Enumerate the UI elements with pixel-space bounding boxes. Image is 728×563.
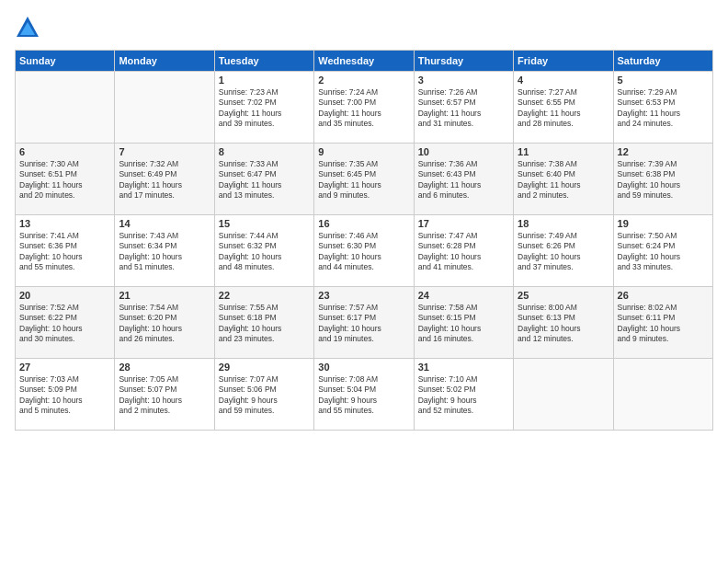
day-cell: 2Sunrise: 7:24 AM Sunset: 7:00 PM Daylig… <box>314 72 414 144</box>
day-info: Sunrise: 7:49 AM Sunset: 6:26 PM Dayligh… <box>518 231 609 273</box>
day-info: Sunrise: 7:39 AM Sunset: 6:38 PM Dayligh… <box>618 159 709 201</box>
day-cell <box>514 359 613 431</box>
day-cell: 26Sunrise: 8:02 AM Sunset: 6:11 PM Dayli… <box>613 287 712 359</box>
week-row-2: 6Sunrise: 7:30 AM Sunset: 6:51 PM Daylig… <box>16 144 713 215</box>
day-cell: 6Sunrise: 7:30 AM Sunset: 6:51 PM Daylig… <box>16 144 115 215</box>
day-info: Sunrise: 7:52 AM Sunset: 6:22 PM Dayligh… <box>19 303 110 345</box>
day-number: 3 <box>418 75 509 86</box>
day-number: 5 <box>618 75 709 86</box>
week-row-5: 27Sunrise: 7:03 AM Sunset: 5:09 PM Dayli… <box>16 359 713 431</box>
day-cell: 24Sunrise: 7:58 AM Sunset: 6:15 PM Dayli… <box>414 287 513 359</box>
day-number: 7 <box>119 146 210 157</box>
day-info: Sunrise: 7:35 AM Sunset: 6:45 PM Dayligh… <box>318 159 409 201</box>
day-cell: 20Sunrise: 7:52 AM Sunset: 6:22 PM Dayli… <box>16 287 115 359</box>
day-info: Sunrise: 7:03 AM Sunset: 5:09 PM Dayligh… <box>19 374 110 417</box>
week-row-1: 1Sunrise: 7:23 AM Sunset: 7:02 PM Daylig… <box>16 72 713 144</box>
day-info: Sunrise: 7:57 AM Sunset: 6:17 PM Dayligh… <box>318 303 409 345</box>
day-info: Sunrise: 7:07 AM Sunset: 5:06 PM Dayligh… <box>219 374 310 417</box>
day-cell: 11Sunrise: 7:38 AM Sunset: 6:40 PM Dayli… <box>514 144 613 215</box>
day-number: 6 <box>19 146 110 157</box>
day-number: 22 <box>219 290 310 301</box>
day-cell <box>613 359 712 431</box>
day-number: 13 <box>19 218 110 229</box>
day-info: Sunrise: 7:08 AM Sunset: 5:04 PM Dayligh… <box>318 374 409 417</box>
day-info: Sunrise: 7:44 AM Sunset: 6:32 PM Dayligh… <box>219 231 310 273</box>
day-number: 26 <box>618 290 709 301</box>
day-info: Sunrise: 7:27 AM Sunset: 6:55 PM Dayligh… <box>518 87 609 130</box>
day-number: 24 <box>418 290 509 301</box>
day-info: Sunrise: 7:55 AM Sunset: 6:18 PM Dayligh… <box>219 303 310 345</box>
day-number: 12 <box>618 146 709 157</box>
day-number: 23 <box>318 290 409 301</box>
day-info: Sunrise: 7:33 AM Sunset: 6:47 PM Dayligh… <box>219 159 310 201</box>
logo <box>15 15 44 40</box>
col-header-wednesday: Wednesday <box>314 51 414 72</box>
day-cell: 14Sunrise: 7:43 AM Sunset: 6:34 PM Dayli… <box>115 215 214 287</box>
day-info: Sunrise: 7:43 AM Sunset: 6:34 PM Dayligh… <box>119 231 210 273</box>
day-cell: 8Sunrise: 7:33 AM Sunset: 6:47 PM Daylig… <box>214 144 313 215</box>
day-cell: 7Sunrise: 7:32 AM Sunset: 6:49 PM Daylig… <box>115 144 214 215</box>
col-header-friday: Friday <box>514 51 613 72</box>
header-row: SundayMondayTuesdayWednesdayThursdayFrid… <box>16 51 713 72</box>
day-number: 21 <box>119 290 210 301</box>
day-number: 14 <box>119 218 210 229</box>
day-cell: 23Sunrise: 7:57 AM Sunset: 6:17 PM Dayli… <box>314 287 414 359</box>
day-cell: 3Sunrise: 7:26 AM Sunset: 6:57 PM Daylig… <box>414 72 513 144</box>
day-info: Sunrise: 7:10 AM Sunset: 5:02 PM Dayligh… <box>418 374 509 417</box>
calendar-table: SundayMondayTuesdayWednesdayThursdayFrid… <box>15 50 713 431</box>
day-number: 18 <box>518 218 609 229</box>
day-cell: 4Sunrise: 7:27 AM Sunset: 6:55 PM Daylig… <box>514 72 613 144</box>
day-cell: 5Sunrise: 7:29 AM Sunset: 6:53 PM Daylig… <box>613 72 712 144</box>
day-info: Sunrise: 7:30 AM Sunset: 6:51 PM Dayligh… <box>19 159 110 201</box>
day-cell: 21Sunrise: 7:54 AM Sunset: 6:20 PM Dayli… <box>115 287 214 359</box>
week-row-4: 20Sunrise: 7:52 AM Sunset: 6:22 PM Dayli… <box>16 287 713 359</box>
day-info: Sunrise: 7:50 AM Sunset: 6:24 PM Dayligh… <box>618 231 709 273</box>
day-cell: 10Sunrise: 7:36 AM Sunset: 6:43 PM Dayli… <box>414 144 513 215</box>
day-info: Sunrise: 7:36 AM Sunset: 6:43 PM Dayligh… <box>418 159 509 201</box>
day-number: 11 <box>518 146 609 157</box>
day-cell <box>115 72 214 144</box>
day-number: 9 <box>318 146 409 157</box>
day-number: 20 <box>19 290 110 301</box>
day-cell: 9Sunrise: 7:35 AM Sunset: 6:45 PM Daylig… <box>314 144 414 215</box>
col-header-sunday: Sunday <box>16 51 115 72</box>
day-cell: 31Sunrise: 7:10 AM Sunset: 5:02 PM Dayli… <box>414 359 513 431</box>
day-cell: 12Sunrise: 7:39 AM Sunset: 6:38 PM Dayli… <box>613 144 712 215</box>
day-cell: 22Sunrise: 7:55 AM Sunset: 6:18 PM Dayli… <box>214 287 313 359</box>
day-cell: 28Sunrise: 7:05 AM Sunset: 5:07 PM Dayli… <box>115 359 214 431</box>
day-number: 10 <box>418 146 509 157</box>
day-number: 28 <box>119 362 210 373</box>
day-number: 15 <box>219 218 310 229</box>
day-cell: 13Sunrise: 7:41 AM Sunset: 6:36 PM Dayli… <box>16 215 115 287</box>
day-cell: 30Sunrise: 7:08 AM Sunset: 5:04 PM Dayli… <box>314 359 414 431</box>
header <box>15 15 713 40</box>
day-number: 29 <box>219 362 310 373</box>
day-number: 1 <box>219 75 310 86</box>
day-number: 16 <box>318 218 409 229</box>
day-cell: 27Sunrise: 7:03 AM Sunset: 5:09 PM Dayli… <box>16 359 115 431</box>
day-cell <box>16 72 115 144</box>
col-header-saturday: Saturday <box>613 51 712 72</box>
day-number: 17 <box>418 218 509 229</box>
col-header-tuesday: Tuesday <box>214 51 313 72</box>
week-row-3: 13Sunrise: 7:41 AM Sunset: 6:36 PM Dayli… <box>16 215 713 287</box>
day-number: 19 <box>618 218 709 229</box>
day-info: Sunrise: 7:24 AM Sunset: 7:00 PM Dayligh… <box>318 87 409 130</box>
day-info: Sunrise: 7:38 AM Sunset: 6:40 PM Dayligh… <box>518 159 609 201</box>
day-number: 31 <box>418 362 509 373</box>
logo-icon <box>15 15 40 40</box>
day-number: 27 <box>19 362 110 373</box>
day-number: 30 <box>318 362 409 373</box>
day-info: Sunrise: 7:29 AM Sunset: 6:53 PM Dayligh… <box>618 87 709 130</box>
col-header-thursday: Thursday <box>414 51 513 72</box>
day-info: Sunrise: 7:54 AM Sunset: 6:20 PM Dayligh… <box>119 303 210 345</box>
day-cell: 16Sunrise: 7:46 AM Sunset: 6:30 PM Dayli… <box>314 215 414 287</box>
day-info: Sunrise: 7:47 AM Sunset: 6:28 PM Dayligh… <box>418 231 509 273</box>
day-number: 4 <box>518 75 609 86</box>
day-info: Sunrise: 8:00 AM Sunset: 6:13 PM Dayligh… <box>518 303 609 345</box>
day-cell: 17Sunrise: 7:47 AM Sunset: 6:28 PM Dayli… <box>414 215 513 287</box>
day-cell: 29Sunrise: 7:07 AM Sunset: 5:06 PM Dayli… <box>214 359 313 431</box>
day-info: Sunrise: 7:58 AM Sunset: 6:15 PM Dayligh… <box>418 303 509 345</box>
day-info: Sunrise: 7:26 AM Sunset: 6:57 PM Dayligh… <box>418 87 509 130</box>
day-number: 8 <box>219 146 310 157</box>
